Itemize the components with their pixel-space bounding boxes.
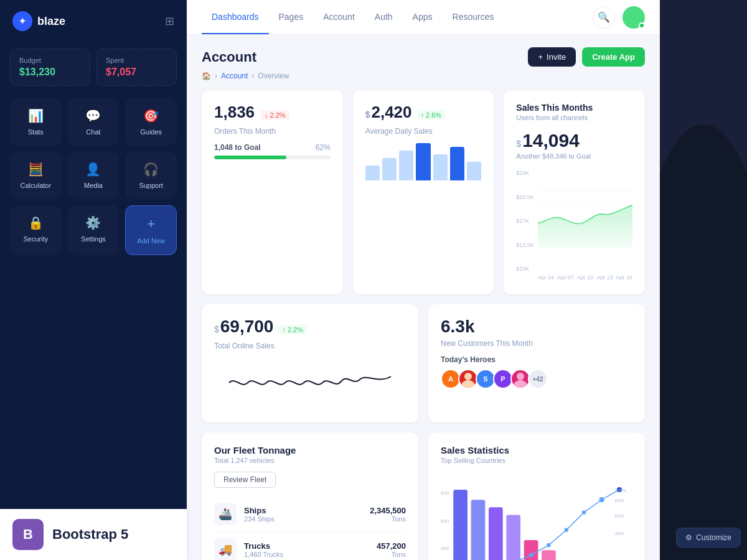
spent-card: Spent $7,057 <box>96 49 177 86</box>
trucks-unit: Tons <box>377 551 406 558</box>
new-customers-card: 6.3k New Customers This Month Today's He… <box>428 304 645 422</box>
svg-rect-12 <box>489 507 503 560</box>
tab-pages[interactable]: Pages <box>269 1 314 34</box>
heroes-title: Today's Heroes <box>441 355 632 364</box>
online-sales-value: 69,700 <box>220 317 274 337</box>
tab-auth[interactable]: Auth <box>365 1 403 34</box>
progress-bar-fill <box>214 156 286 159</box>
daily-sales-arrow: ↑ <box>421 111 425 119</box>
sales-goal: Another $48,346 to Goal <box>516 152 632 160</box>
sidebar-item-stats[interactable]: 📊 Stats <box>10 98 62 146</box>
budget-row: Budget $13,230 Spent $7,057 <box>0 42 187 98</box>
online-sales-label: Total Online Sales <box>214 342 406 350</box>
sidebar-header: ✦ blaze ⊞ <box>0 0 187 42</box>
x-label-4: Apr 13 <box>596 274 613 281</box>
trucks-count: 1,460 Trucks <box>244 551 283 558</box>
ships-value: 2,345,500 Tons <box>370 506 406 523</box>
fleet-row-trucks: 🚚 Trucks 1,460 Trucks 457,200 Tons <box>214 532 406 560</box>
trucks-num: 457,200 <box>377 541 406 551</box>
create-app-button[interactable]: Create App <box>582 47 645 67</box>
customize-icon: ⚙ <box>685 533 692 542</box>
new-customers-label: New Customers This Month <box>441 339 632 348</box>
x-label-5: Apr 16 <box>616 274 632 281</box>
invite-button[interactable]: + Invite <box>528 47 576 67</box>
svg-rect-11 <box>471 500 486 560</box>
bar-1 <box>365 166 380 180</box>
spent-value: $7,057 <box>106 67 167 78</box>
bootstrap-text: Bootstrap 5 <box>52 526 128 543</box>
y-label-5: $10K <box>516 266 534 272</box>
breadcrumb-home-icon: 🏠 <box>202 72 211 80</box>
daily-sales-prefix: $ <box>365 110 370 119</box>
bar-5 <box>433 154 448 180</box>
hero-avatar-count: +42 <box>528 369 548 389</box>
stats-icon: 📊 <box>28 108 44 123</box>
bar-2 <box>382 158 397 180</box>
media-label: Media <box>84 182 103 189</box>
budget-card: Budget $13,230 <box>10 49 90 86</box>
user-avatar[interactable] <box>622 6 645 29</box>
tab-resources[interactable]: Resources <box>443 1 504 34</box>
breadcrumb-account[interactable]: Account <box>221 72 248 80</box>
media-icon: 👤 <box>85 162 101 177</box>
tab-dashboards[interactable]: Dashboards <box>202 1 269 34</box>
sales-stats-card: Sales Statistics Top Selling Countries 8… <box>428 432 645 560</box>
breadcrumb-sep1: › <box>215 72 217 80</box>
svg-point-4 <box>464 373 472 380</box>
fleet-card: Our Fleet Tonnage Total 1,247 vehicles R… <box>202 432 418 560</box>
sidebar: ✦ blaze ⊞ Budget $13,230 Spent $7,057 📊 … <box>0 0 187 560</box>
sidebar-item-calculator[interactable]: 🧮 Calculator <box>10 152 62 199</box>
page-content: Account + Invite Create App 🏠 › Account … <box>187 35 660 560</box>
bar-7 <box>467 162 481 180</box>
sidebar-item-support[interactable]: 🎧 Support <box>125 152 177 199</box>
mini-bar-chart <box>365 143 482 180</box>
sales-stats-title: Sales Statistics <box>441 445 632 455</box>
sales-stats-sub: Top Selling Countries <box>441 457 632 464</box>
topnav-links: Dashboards Pages Account Auth Apps Resou… <box>202 1 504 34</box>
customize-button[interactable]: ⚙ Customize <box>676 528 741 548</box>
sidebar-item-chat[interactable]: 💬 Chat <box>68 98 120 146</box>
nav-grid: 📊 Stats 💬 Chat 🎯 Guides 🧮 Calculator 👤 M… <box>0 98 187 255</box>
settings-icon: ⚙️ <box>85 215 101 230</box>
sidebar-item-add-new[interactable]: + Add New <box>125 205 177 255</box>
breadcrumb-overview: Overview <box>258 72 289 80</box>
heroes-avatars: A S P +42 <box>441 369 632 389</box>
y-label-3: $17K <box>516 218 534 224</box>
invite-label: Invite <box>547 52 566 62</box>
sidebar-item-media[interactable]: 👤 Media <box>68 152 120 199</box>
sidebar-item-settings[interactable]: ⚙️ Settings <box>68 205 120 255</box>
search-button[interactable]: 🔍 <box>593 6 615 29</box>
review-fleet-button[interactable]: Review Fleet <box>214 472 276 488</box>
ships-num: 2,345,500 <box>370 506 406 515</box>
orders-value: 1,836 <box>214 103 255 122</box>
daily-sales-label: Average Daily Sales <box>365 127 482 136</box>
tab-account[interactable]: Account <box>313 1 365 34</box>
fleet-table: 🚢 Ships 234 Ships 2,345,500 Tons 🚚 <box>214 497 406 560</box>
stats-label: Stats <box>28 128 44 136</box>
daily-sales-card: $ 2,420 ↑ 2.6% Average Daily Sales <box>353 90 494 294</box>
new-customers-value: 6.3k <box>441 317 632 337</box>
page-header: Account + Invite Create App <box>202 47 645 67</box>
trucks-name: Trucks <box>244 541 283 551</box>
trucks-icon: 🚚 <box>214 538 237 560</box>
sidebar-item-security[interactable]: 🔒 Security <box>10 205 62 255</box>
spent-label: Spent <box>106 57 167 64</box>
bottom-grid: Our Fleet Tonnage Total 1,247 vehicles R… <box>202 432 645 560</box>
tab-apps[interactable]: Apps <box>403 1 443 34</box>
bar-6 <box>450 147 464 180</box>
add-new-icon: + <box>147 216 155 232</box>
guides-label: Guides <box>140 128 162 136</box>
svg-text:80%: 80% <box>615 498 624 503</box>
calculator-icon: 🧮 <box>28 162 44 177</box>
sidebar-item-guides[interactable]: 🎯 Guides <box>125 98 177 146</box>
topnav: Dashboards Pages Account Auth Apps Resou… <box>187 0 660 35</box>
y-label-2: $20.5K <box>516 194 534 200</box>
svg-text:40%: 40% <box>615 531 624 536</box>
menu-icon[interactable]: ⊞ <box>165 14 174 28</box>
x-label-3: Apr 10 <box>577 274 594 281</box>
fleet-sub: Total 1,247 vehicles <box>214 457 406 464</box>
trucks-value: 457,200 Tons <box>377 541 406 558</box>
daily-sales-badge: ↑ 2.6% <box>417 110 446 120</box>
svg-rect-10 <box>453 490 467 560</box>
progress-row: 1,048 to Goal 62% <box>214 143 331 152</box>
